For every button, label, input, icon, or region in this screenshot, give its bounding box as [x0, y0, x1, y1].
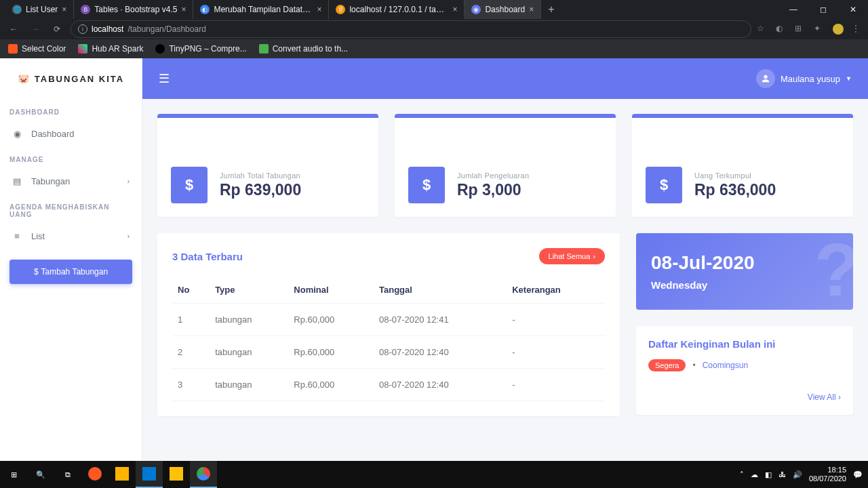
sidebar-item-tabungan[interactable]: ▤Tabungan›	[0, 169, 142, 194]
svg-point-0	[764, 75, 767, 79]
bookmark-icon	[78, 44, 87, 54]
topbar: ☰ Maulana yusup ▼	[142, 58, 868, 99]
windows-taskbar: ⊞ 🔍 ⧉ ˄ ☁ ◧ 🖧 🔊 18:15 08/07/2020 💬	[0, 461, 868, 488]
section-title: AGENDA MENGHABISKAN UANG	[0, 194, 142, 224]
bookmark-label: Convert audio to th...	[273, 44, 348, 54]
close-icon[interactable]: ×	[62, 5, 66, 14]
url-path: /tabungan/Dashboard	[127, 24, 205, 34]
caret-down-icon: ▼	[846, 75, 852, 82]
wallet-icon: ▤	[12, 176, 22, 186]
site-icon: ◉	[471, 5, 481, 14]
col-keterangan: Keterangan	[507, 277, 605, 304]
profile-icon[interactable]	[833, 24, 844, 35]
back-button[interactable]: ←	[5, 21, 22, 37]
tray-network-icon[interactable]: 🖧	[778, 470, 786, 479]
start-button[interactable]: ⊞	[0, 461, 27, 488]
table-row: 3tabunganRp.60,00008-07-2020 12:40-	[172, 369, 605, 401]
stat-card-collected: $ Uang TerkumpulRp 636,000	[632, 114, 853, 217]
avatar-icon	[756, 69, 775, 88]
extensions-icon[interactable]: ✦	[814, 24, 825, 35]
site-info-icon[interactable]: i	[78, 24, 87, 34]
tray-cloud-icon[interactable]: ☁	[751, 470, 758, 479]
forward-button[interactable]: →	[27, 21, 43, 37]
user-menu[interactable]: Maulana yusup ▼	[756, 69, 852, 88]
bookmark-item[interactable]: Select Color	[8, 44, 66, 54]
stat-card-total: $ Jumlah Total TabunganRp 639,000	[157, 114, 378, 217]
browser-tab[interactable]: 🛢localhost / 127.0.0.1 / tabungan |×	[329, 0, 465, 19]
address-bar[interactable]: i localhost/tabungan/Dashboard	[71, 20, 751, 38]
sidebar-item-list[interactable]: ≡List›	[0, 224, 142, 249]
tray-volume-icon[interactable]: 🔊	[793, 470, 802, 479]
bookmark-item[interactable]: TinyPNG – Compre...	[155, 44, 246, 54]
taskbar-app-vscode[interactable]	[136, 461, 163, 488]
view-all-link[interactable]: View All ›	[808, 392, 841, 402]
add-tabungan-button[interactable]: $Tambah Tabungan	[9, 260, 132, 284]
bookmark-label: Select Color	[22, 44, 66, 54]
bookmark-item[interactable]: Hub AR Spark	[78, 44, 143, 54]
dollar-icon: $	[408, 167, 445, 203]
browser-tab[interactable]: ◐Merubah Tampilan Datatable Me×	[193, 0, 329, 19]
status-badge: Segera	[648, 359, 686, 371]
bookmark-label: TinyPNG – Compre...	[169, 44, 246, 54]
sidebar-item-dashboard[interactable]: ◉Dashboard	[0, 121, 142, 146]
recent-table: No Type Nominal Tanggal Keterangan 1tabu…	[172, 277, 605, 401]
menu-icon[interactable]: ⋮	[852, 24, 863, 35]
site-icon: ◐	[200, 5, 210, 14]
maximize-button[interactable]: ◻	[808, 0, 838, 19]
menu-toggle-icon[interactable]: ☰	[159, 71, 170, 86]
bullet-icon: •	[692, 361, 695, 370]
close-icon[interactable]: ×	[317, 5, 321, 14]
tray-chevron-icon[interactable]: ˄	[740, 470, 744, 479]
col-type: Type	[210, 277, 288, 304]
taskbar-app[interactable]	[108, 461, 136, 488]
view-all-button[interactable]: Lihat Semua›	[539, 248, 605, 264]
new-tab-button[interactable]: +	[541, 3, 561, 16]
link-label: View All	[808, 392, 836, 402]
day-text: Wednesday	[651, 279, 838, 291]
close-window-button[interactable]: ✕	[838, 0, 868, 19]
reload-button[interactable]: ⟳	[49, 21, 65, 37]
stat-value: Rp 639,000	[220, 181, 301, 199]
star-icon[interactable]: ☆	[757, 24, 768, 35]
question-icon: ?	[814, 233, 853, 310]
tray-app-icon[interactable]: ◧	[765, 470, 772, 479]
extension-icon[interactable]: ◐	[776, 24, 787, 35]
minimize-button[interactable]: —	[778, 0, 808, 19]
close-icon[interactable]: ×	[181, 5, 186, 14]
chevron-right-icon: ›	[127, 232, 130, 240]
search-button[interactable]: 🔍	[27, 461, 54, 488]
clock-date: 08/07/2020	[809, 474, 846, 483]
stat-value: Rp 3,000	[457, 181, 529, 199]
dollar-icon: $	[171, 167, 208, 203]
taskbar-app[interactable]	[81, 461, 108, 488]
table-row: 1tabunganRp.60,00008-07-2020 12:41-	[172, 304, 605, 336]
close-icon[interactable]: ×	[529, 5, 534, 14]
dollar-icon: $	[646, 167, 682, 203]
wishlist-card: Daftar Keinginan Bulan ini Segera • Coom…	[636, 326, 853, 415]
chevron-right-icon: ›	[838, 392, 841, 402]
tab-title: Merubah Tampilan Datatable Me	[214, 5, 313, 14]
col-tanggal: Tanggal	[374, 277, 507, 304]
notifications-icon[interactable]: 💬	[853, 470, 863, 479]
stat-label: Jumlah Pengeluaran	[457, 171, 529, 180]
dashboard-icon: ◉	[12, 129, 22, 139]
taskbar-app[interactable]	[163, 461, 190, 488]
col-no: No	[172, 277, 210, 304]
tab-title: Tables · Bootstrap v4.5	[94, 5, 177, 14]
stat-card-expense: $ Jumlah PengeluaranRp 3,000	[395, 114, 616, 217]
system-clock[interactable]: 18:15 08/07/2020	[809, 466, 846, 483]
browser-tab[interactable]: BTables · Bootstrap v4.5×	[74, 0, 193, 19]
extension-icon[interactable]: ⊞	[795, 24, 806, 35]
browser-tab-active[interactable]: ◉Dashboard×	[465, 0, 541, 19]
taskbar-app-chrome[interactable]	[190, 461, 217, 488]
bookmark-item[interactable]: Convert audio to th...	[259, 44, 348, 54]
recent-data-card: 3 Data Terbaru Lihat Semua› No Type Nomi…	[157, 233, 620, 416]
chevron-right-icon: ›	[593, 252, 595, 260]
task-view-button[interactable]: ⧉	[54, 461, 81, 488]
phpmyadmin-icon: 🛢	[336, 5, 345, 14]
wish-text[interactable]: Coomingsun	[703, 361, 748, 370]
bootstrap-icon: B	[81, 5, 90, 14]
close-icon[interactable]: ×	[452, 5, 457, 14]
brand-logo[interactable]: 🐷TABUNGAN KITA	[0, 58, 142, 99]
browser-tab[interactable]: 🌐List User×	[5, 0, 74, 19]
